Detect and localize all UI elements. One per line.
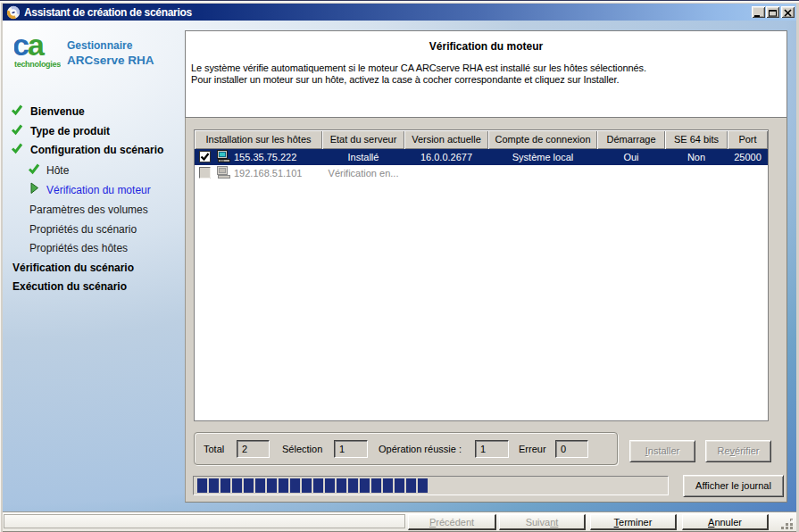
svg-text:a: a <box>28 29 46 62</box>
svg-text:technologies: technologies <box>14 60 61 69</box>
